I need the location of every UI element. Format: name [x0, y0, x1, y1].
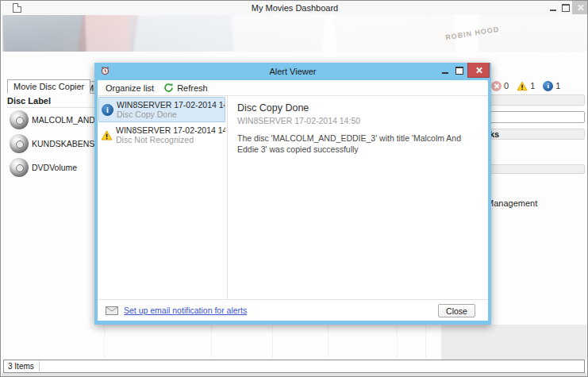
- disc-list-item[interactable]: DVDVolume: [7, 156, 102, 179]
- main-titlebar: My Movies Dashboard: [2, 1, 588, 15]
- statusbar-separator: [39, 361, 40, 371]
- maximize-button[interactable]: [560, 1, 571, 14]
- dialog-title: Alert Viewer: [98, 67, 488, 76]
- refresh-label: Refresh: [177, 83, 208, 93]
- alert-detail-title: Disc Copy Done: [237, 102, 480, 113]
- error-icon: [491, 81, 502, 91]
- disc-label: DVDVolume: [32, 163, 77, 172]
- info-icon: [543, 81, 553, 91]
- minimize-button[interactable]: [548, 1, 559, 14]
- management-link-fragment[interactable]: Management: [486, 198, 537, 208]
- error-count: 0: [504, 81, 509, 90]
- alert-source: WIN8SERVER 17-02-2014 14:50: [116, 125, 225, 135]
- dialog-body: Organize list Refresh WIN8SERVER 17-02-2…: [98, 80, 488, 321]
- banner-fade-overlay: [2, 15, 587, 52]
- error-counter[interactable]: 0: [491, 81, 509, 91]
- alert-subject: Disc Not Recognized: [116, 135, 225, 144]
- close-icon: [475, 67, 482, 74]
- info-count: 1: [555, 81, 560, 90]
- status-bar: 3 Items: [3, 360, 585, 373]
- items-count: 3 Items: [4, 362, 34, 371]
- dialog-footer: Set up email notification for alerts Clo…: [98, 299, 488, 321]
- disc-icon: [10, 110, 29, 129]
- disc-label-column-header: Disc Label: [7, 96, 102, 108]
- refresh-icon: [163, 83, 174, 93]
- alert-list-item[interactable]: WIN8SERVER 17-02-2014 14:50 Disc Not Rec…: [98, 122, 225, 148]
- disc-icon: [10, 158, 29, 177]
- alert-list-item-selected[interactable]: WIN8SERVER 17-02-2014 14:50 Disc Copy Do…: [98, 97, 225, 122]
- alert-viewer-dialog: Alert Viewer Organize list Refresh: [94, 63, 491, 325]
- main-window: My Movies Dashboard ROBIN HOOD Movie Dis…: [0, 0, 588, 377]
- alert-detail-source: WIN8SERVER 17-02-2014 14:50: [237, 116, 480, 125]
- tab-movie-disc-copier[interactable]: Movie Disc Copier: [7, 79, 90, 94]
- email-icon: [106, 306, 118, 315]
- organize-list-label: Organize list: [106, 83, 154, 93]
- close-icon: [577, 4, 584, 11]
- warning-icon: [101, 130, 113, 140]
- dialog-close-action-button[interactable]: Close: [438, 304, 475, 317]
- alert-subject: Disc Copy Done: [117, 110, 225, 119]
- alert-detail-pane: Disc Copy Done WIN8SERVER 17-02-2014 14:…: [229, 96, 488, 299]
- window-title: My Movies Dashboard: [2, 3, 588, 13]
- dialog-titlebar[interactable]: Alert Viewer: [98, 63, 488, 80]
- dialog-maximize-button[interactable]: [453, 63, 466, 78]
- disc-label: MALCOLM_AND_EDDIE_3: [32, 115, 102, 125]
- right-panel-lower-block: [441, 325, 586, 360]
- alert-detail-message: The disc 'MALCOLM_AND_EDDIE_3' with titl…: [237, 133, 480, 155]
- warning-counter[interactable]: 1: [517, 81, 535, 91]
- disc-icon: [10, 134, 29, 153]
- alert-status-counters[interactable]: 0 1 1: [486, 80, 582, 91]
- organize-list-button[interactable]: Organize list: [101, 81, 159, 95]
- info-icon: [102, 104, 113, 116]
- warning-count: 1: [530, 81, 535, 90]
- warning-icon: [517, 81, 528, 91]
- close-button[interactable]: [572, 1, 588, 14]
- info-counter[interactable]: 1: [543, 81, 560, 91]
- dialog-close-button[interactable]: [467, 63, 490, 78]
- disc-label: KUNDSKABENSTRAE_DVD: [32, 139, 102, 148]
- refresh-button[interactable]: Refresh: [159, 81, 213, 95]
- alert-source: WIN8SERVER 17-02-2014 14:50: [117, 100, 225, 110]
- window-bottom-edge: [2, 373, 586, 376]
- dialog-minimize-button[interactable]: [439, 63, 452, 78]
- email-notification-link[interactable]: Set up email notification for alerts: [124, 306, 247, 315]
- alert-list: WIN8SERVER 17-02-2014 14:50 Disc Copy Do…: [98, 96, 228, 299]
- disc-list-item[interactable]: KUNDSKABENSTRAE_DVD: [7, 132, 102, 156]
- dialog-toolbar: Organize list Refresh: [98, 80, 488, 96]
- disc-list-item[interactable]: MALCOLM_AND_EDDIE_3: [7, 108, 102, 132]
- poster-banner: ROBIN HOOD: [2, 15, 587, 52]
